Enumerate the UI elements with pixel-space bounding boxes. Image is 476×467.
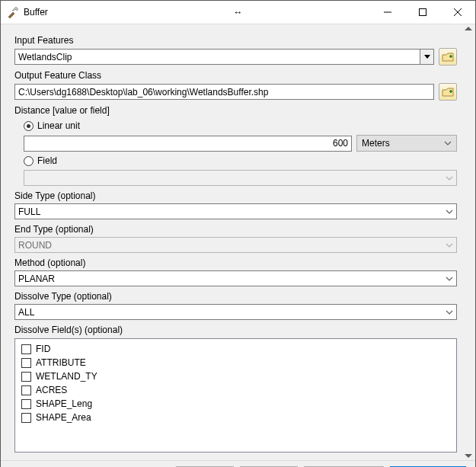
checkbox-icon[interactable]: [21, 385, 31, 395]
chevron-down-icon: [442, 238, 456, 252]
label-dissolve-fields: Dissolve Field(s) (optional): [14, 325, 457, 336]
caption-buttons: [370, 1, 475, 24]
scroll-down-icon[interactable]: [465, 454, 472, 458]
checkbox-icon[interactable]: [21, 358, 31, 368]
radio-linear-unit[interactable]: Linear unit: [24, 120, 457, 131]
field-row[interactable]: SHAPE_Area: [21, 412, 450, 423]
field-name: ACRES: [36, 385, 67, 395]
distance-value-input[interactable]: [24, 136, 352, 152]
resize-indicator-icon: ↔: [234, 7, 243, 18]
field-row[interactable]: ATTRIBUTE: [21, 357, 450, 368]
radio-icon: [24, 121, 34, 131]
folder-open-plus-icon: [442, 52, 454, 62]
client-area: Input Features WetlandsClip: [1, 24, 475, 467]
side-type-value: FULL: [18, 206, 40, 217]
label-input-features: Input Features: [14, 35, 457, 46]
field-name: SHAPE_Area: [36, 412, 91, 423]
browse-output-button[interactable]: [439, 83, 457, 101]
field-row[interactable]: SHAPE_Leng: [21, 398, 450, 409]
field-name: ATTRIBUTE: [36, 357, 86, 368]
hammer-icon: [7, 6, 19, 18]
chevron-down-icon: [442, 171, 456, 185]
browse-input-button[interactable]: [439, 48, 457, 66]
checkbox-icon[interactable]: [21, 372, 31, 382]
field-row[interactable]: WETLAND_TY: [21, 371, 450, 382]
dissolve-fields-list: FID ATTRIBUTE WETLAND_TY ACRES: [14, 338, 457, 453]
field-name: WETLAND_TY: [36, 371, 97, 382]
input-features-value: WetlandsClip: [18, 52, 72, 62]
dissolve-type-value: ALL: [18, 307, 34, 318]
end-type-value: ROUND: [18, 240, 52, 251]
field-row[interactable]: FID: [21, 344, 450, 354]
checkbox-icon[interactable]: [21, 399, 31, 409]
footer: OK Cancel Environments... Show Help >>: [1, 460, 475, 467]
chevron-down-icon: [442, 271, 456, 286]
side-type-select[interactable]: FULL: [14, 203, 457, 219]
radio-icon: [24, 156, 34, 166]
distance-value[interactable]: [27, 136, 348, 151]
checkbox-icon[interactable]: [21, 413, 31, 423]
folder-open-plus-icon: [442, 87, 454, 98]
label-output: Output Feature Class: [14, 70, 457, 82]
titlebar: Buffer ↔: [1, 1, 475, 24]
end-type-select: ROUND: [14, 237, 457, 253]
field-name: SHAPE_Leng: [36, 398, 92, 409]
label-end-type: End Type (optional): [14, 224, 457, 235]
scroll-area: Input Features WetlandsClip: [1, 24, 475, 460]
checkbox-icon[interactable]: [21, 344, 31, 354]
buffer-tool-window: Buffer ↔ Input Features WetlandsClip: [0, 0, 476, 467]
close-button[interactable]: [440, 1, 475, 24]
chevron-down-icon: [442, 305, 456, 319]
radio-field[interactable]: Field: [24, 155, 457, 166]
radio-field-label: Field: [37, 155, 57, 166]
svg-rect-1: [420, 9, 426, 16]
distance-units-select[interactable]: Meters: [356, 135, 457, 152]
label-side-type: Side Type (optional): [14, 190, 457, 202]
chevron-down-icon: [442, 204, 456, 219]
field-name: FID: [36, 344, 50, 354]
minimize-button[interactable]: [370, 1, 405, 24]
vertical-scrollbar[interactable]: [462, 24, 475, 460]
label-distance: Distance [value or field]: [14, 105, 457, 117]
method-select[interactable]: PLANAR: [14, 270, 457, 286]
dissolve-type-select[interactable]: ALL: [14, 304, 457, 320]
chevron-down-icon: [444, 141, 452, 146]
maximize-button[interactable]: [405, 1, 440, 24]
field-combo: [24, 170, 457, 186]
window-title: Buffer: [24, 7, 48, 18]
label-method: Method (optional): [14, 257, 457, 269]
svg-marker-4: [424, 55, 430, 59]
output-path-value[interactable]: [18, 85, 430, 99]
input-features-combo[interactable]: WetlandsClip: [14, 49, 434, 65]
output-path-input[interactable]: [14, 84, 434, 100]
form: Input Features WetlandsClip: [1, 24, 462, 460]
label-dissolve-type: Dissolve Type (optional): [14, 291, 457, 302]
method-value: PLANAR: [18, 273, 55, 284]
distance-units-value: Meters: [362, 138, 390, 149]
chevron-down-icon: [420, 50, 433, 64]
field-row[interactable]: ACRES: [21, 385, 450, 395]
radio-linear-label: Linear unit: [37, 120, 80, 131]
scroll-up-icon[interactable]: [465, 27, 472, 30]
